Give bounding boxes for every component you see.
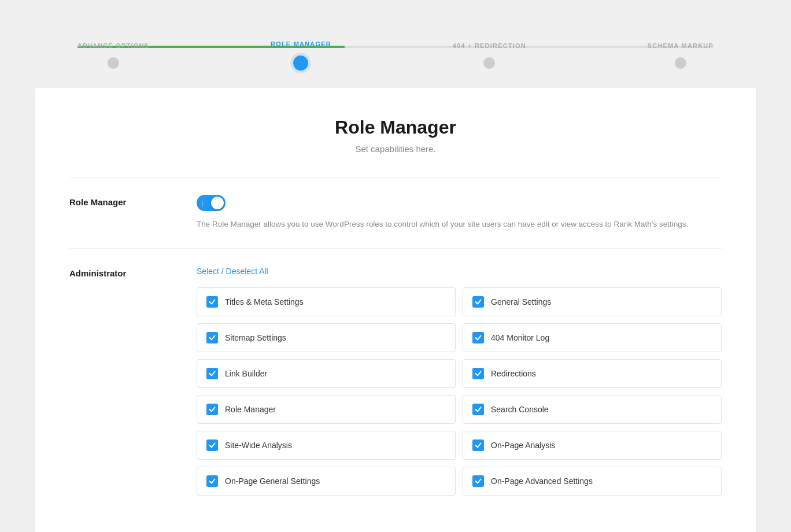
- step-role-manager[interactable]: Role Manager: [271, 40, 331, 71]
- checkbox-general-settings-box: [472, 296, 484, 308]
- page-title: Role Manager: [69, 117, 722, 138]
- step-advance-options-label: Advance Options: [77, 42, 149, 49]
- role-manager-toggle[interactable]: |: [197, 195, 226, 211]
- checkbox-on-page-analysis[interactable]: On-Page Analysis: [463, 431, 722, 460]
- checkbox-titles-meta-label: Titles & Meta Settings: [225, 297, 304, 306]
- administrator-label: Administrator: [69, 266, 197, 278]
- checkbox-sitemap-box: [206, 332, 218, 343]
- checkbox-sitemap-label: Sitemap Settings: [225, 333, 286, 342]
- checkbox-site-wide-box: [206, 439, 218, 451]
- checkbox-grid: Titles & Meta Settings General Settings …: [197, 287, 722, 496]
- step-role-manager-label: Role Manager: [271, 40, 331, 47]
- checkbox-link-builder-label: Link Builder: [225, 369, 267, 378]
- main-card: Role Manager Set capabilities here. Role…: [35, 88, 756, 532]
- checkbox-role-manager-box: [206, 404, 218, 415]
- checkbox-on-page-general-label: On-Page General Settings: [225, 476, 320, 486]
- progress-track: [77, 46, 714, 48]
- administrator-content: Select / Deselect All Titles & Meta Sett…: [197, 266, 722, 496]
- step-schema-dot: [675, 57, 686, 69]
- checkbox-on-page-advanced-label: On-Page Advanced Settings: [491, 476, 593, 486]
- checkbox-redirections[interactable]: Redirections: [463, 359, 722, 388]
- checkbox-link-builder[interactable]: Link Builder: [197, 359, 456, 388]
- step-advance-options-dot: [108, 57, 119, 69]
- role-manager-row: Role Manager | The Role Manager allows y…: [69, 177, 722, 248]
- role-manager-field-label: Role Manager: [69, 195, 197, 207]
- checkbox-404-label: 404 Monitor Log: [491, 333, 549, 342]
- checkbox-redirections-label: Redirections: [491, 369, 536, 378]
- wizard-steps: Advance Options Role Manager 404 + Redir…: [77, 23, 714, 71]
- checkbox-on-page-general[interactable]: On-Page General Settings: [197, 467, 456, 496]
- checkbox-on-page-general-box: [206, 475, 218, 487]
- role-manager-description: The Role Manager allows you to use WordP…: [197, 218, 722, 231]
- administrator-row: Administrator Select / Deselect All Titl…: [69, 248, 722, 513]
- step-schema-markup[interactable]: Schema Markup: [648, 42, 714, 69]
- checkbox-site-wide-analysis[interactable]: Site-Wide Analysis: [197, 431, 456, 460]
- checkbox-404-box: [472, 332, 484, 343]
- checkbox-titles-meta-box: [206, 296, 218, 308]
- checkbox-site-wide-label: Site-Wide Analysis: [225, 441, 292, 450]
- checkbox-general-settings[interactable]: General Settings: [463, 287, 722, 316]
- checkbox-on-page-advanced-box: [472, 475, 484, 487]
- step-advance-options[interactable]: Advance Options: [77, 42, 149, 69]
- checkbox-on-page-analysis-label: On-Page Analysis: [491, 441, 555, 450]
- wizard-header: Advance Options Role Manager 404 + Redir…: [0, 0, 791, 88]
- role-manager-content: | The Role Manager allows you to use Wor…: [197, 195, 722, 231]
- step-schema-label: Schema Markup: [648, 42, 714, 49]
- toggle-thumb: [211, 197, 224, 209]
- checkbox-link-builder-box: [206, 368, 218, 379]
- checkbox-role-manager-label: Role Manager: [225, 405, 276, 414]
- checkbox-general-settings-label: General Settings: [491, 297, 551, 306]
- step-404-label: 404 + Redirection: [453, 42, 526, 49]
- toggle-track: |: [197, 195, 226, 211]
- select-deselect-link[interactable]: Select / Deselect All: [197, 267, 268, 276]
- checkbox-on-page-advanced[interactable]: On-Page Advanced Settings: [463, 467, 722, 496]
- checkbox-on-page-analysis-box: [472, 439, 484, 451]
- checkbox-sitemap-settings[interactable]: Sitemap Settings: [197, 323, 456, 352]
- checkbox-role-manager[interactable]: Role Manager: [197, 395, 456, 424]
- checkbox-404-monitor[interactable]: 404 Monitor Log: [463, 323, 722, 352]
- step-role-manager-dot: [293, 56, 308, 71]
- checkbox-titles-meta[interactable]: Titles & Meta Settings: [197, 287, 456, 316]
- step-404-dot: [483, 57, 495, 69]
- checkbox-search-console-label: Search Console: [491, 405, 549, 414]
- checkbox-search-console[interactable]: Search Console: [463, 395, 722, 424]
- page-subtitle: Set capabilities here.: [69, 144, 722, 154]
- checkbox-redirections-box: [472, 368, 484, 379]
- step-404-redirection[interactable]: 404 + Redirection: [453, 42, 526, 69]
- toggle-on-icon: |: [201, 200, 203, 206]
- checkbox-search-console-box: [472, 404, 484, 415]
